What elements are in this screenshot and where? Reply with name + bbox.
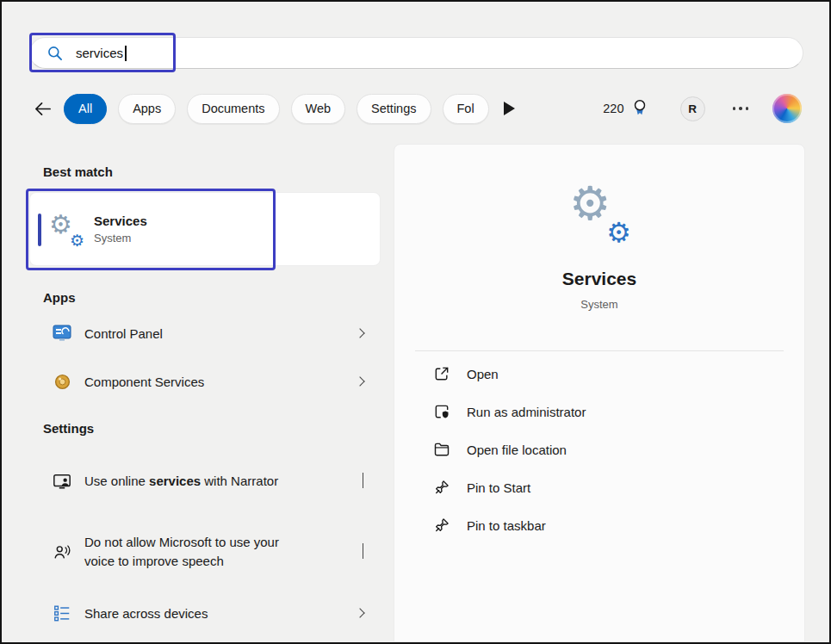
action-label: Pin to taskbar <box>467 518 546 533</box>
tab-documents[interactable]: Documents <box>187 94 279 124</box>
pushpin-icon <box>432 517 451 534</box>
tab-apps[interactable]: Apps <box>118 94 176 124</box>
settings-item-label: Share across devices <box>84 606 357 621</box>
best-match-text: Services System <box>94 214 147 245</box>
text-cursor <box>125 46 127 61</box>
settings-item-narrator[interactable]: Use online services with Narrator <box>29 452 381 511</box>
settings-item-label: Do not allow Microsoft to use your voice… <box>84 533 310 571</box>
chevron-right-icon <box>363 543 363 559</box>
tab-all[interactable]: All <box>64 94 107 124</box>
back-button[interactable] <box>29 96 55 121</box>
more-options-icon[interactable] <box>731 102 751 115</box>
dot <box>746 107 749 110</box>
gear-small-glyph: ⚙ <box>70 232 84 249</box>
rewards-count: 220 <box>603 102 623 115</box>
label-prefix: Share across devices <box>84 606 208 621</box>
gear-small-glyph: ⚙ <box>606 219 631 246</box>
pushpin-icon <box>432 479 451 496</box>
chevron-right-icon <box>355 376 364 386</box>
action-run-as-administrator[interactable]: Run as administrator <box>394 393 804 430</box>
copilot-icon[interactable] <box>772 94 802 123</box>
chevron-right-icon <box>355 608 364 617</box>
divider <box>415 350 784 351</box>
settings-item-label: Use online services with Narrator <box>84 472 310 491</box>
tab-settings[interactable]: Settings <box>357 94 431 124</box>
rewards-button[interactable]: 220 <box>603 98 648 120</box>
tab-documents-label: Documents <box>202 102 264 115</box>
services-gears-icon: ⚙ ⚙ <box>51 214 82 245</box>
settings-item-voice-privacy[interactable]: Do not allow Microsoft to use your voice… <box>29 523 381 581</box>
chevron-right-icon <box>355 328 364 337</box>
tab-apps-label: Apps <box>133 102 161 115</box>
results-panel: Best match ⚙ ⚙ Services System Apps <box>29 144 381 642</box>
gear-large-glyph: ⚙ <box>569 181 611 227</box>
narrator-icon <box>51 472 73 491</box>
tab-all-label: All <box>78 102 92 115</box>
search-query-text: services <box>76 46 123 60</box>
control-panel-icon <box>51 323 73 344</box>
preview-subtitle: System <box>394 298 804 311</box>
open-external-icon <box>432 365 451 382</box>
app-item-component-services[interactable]: Component Services <box>29 357 381 406</box>
preview-title: Services <box>394 269 804 289</box>
tab-folders-truncated[interactable]: Fol <box>443 94 489 124</box>
preview-panel: ⚙ ⚙ Services System Open Run <box>394 144 805 642</box>
chevron-wrap <box>363 544 370 560</box>
selection-accent-bar <box>38 214 41 246</box>
dot <box>733 107 736 110</box>
gear-large-glyph: ⚙ <box>49 212 72 238</box>
settings-item-share-across-devices[interactable]: Share across devices <box>29 593 381 633</box>
tab-web-label: Web <box>306 102 332 115</box>
action-label: Open file location <box>467 443 567 457</box>
tab-folders-label: Fol <box>457 102 474 115</box>
app-item-label: Control Panel <box>84 326 357 341</box>
label-suffix: with Narrator <box>201 474 278 488</box>
apps-heading: Apps <box>29 285 381 309</box>
component-services-icon <box>51 372 73 392</box>
admin-shield-icon <box>432 403 451 420</box>
action-open[interactable]: Open <box>394 355 804 393</box>
play-icon[interactable] <box>504 102 515 115</box>
account-avatar[interactable]: R <box>680 96 705 121</box>
action-label: Pin to Start <box>467 480 530 495</box>
action-open-file-location[interactable]: Open file location <box>394 430 804 468</box>
best-match-title: Services <box>94 214 147 228</box>
app-item-label: Component Services <box>84 375 357 389</box>
rewards-medal-icon <box>630 98 649 120</box>
search-input[interactable]: services <box>29 37 803 69</box>
tab-settings-label: Settings <box>371 102 416 115</box>
share-devices-icon <box>51 604 73 622</box>
best-match-subtitle: System <box>94 232 147 245</box>
tab-web[interactable]: Web <box>291 94 346 124</box>
chevron-right-icon <box>363 473 363 488</box>
action-pin-to-start[interactable]: Pin to Start <box>394 468 804 506</box>
search-icon <box>47 45 64 62</box>
best-match-item-services[interactable]: ⚙ ⚙ Services System <box>29 192 381 266</box>
label-match-bold: services <box>149 474 201 488</box>
speech-icon <box>51 542 73 561</box>
chevron-wrap <box>363 474 370 489</box>
app-item-control-panel[interactable]: Control Panel <box>29 309 381 357</box>
filter-tabs-row: All Apps Documents Web Settings Fol 220 … <box>29 90 805 127</box>
label-prefix: Do not allow Microsoft to use your voice… <box>84 535 279 568</box>
action-label: Open <box>467 367 499 381</box>
action-pin-to-taskbar[interactable]: Pin to taskbar <box>394 506 804 544</box>
label-prefix: Use online <box>84 474 149 488</box>
folder-icon <box>432 441 451 458</box>
settings-heading: Settings <box>29 416 381 440</box>
start-search-window: services All Apps Documents Web Settings… <box>0 0 831 644</box>
best-match-heading: Best match <box>29 159 381 183</box>
action-label: Run as administrator <box>467 405 586 419</box>
dot <box>739 107 742 110</box>
services-gears-icon-large: ⚙ ⚙ <box>571 188 628 241</box>
avatar-letter: R <box>688 102 697 115</box>
